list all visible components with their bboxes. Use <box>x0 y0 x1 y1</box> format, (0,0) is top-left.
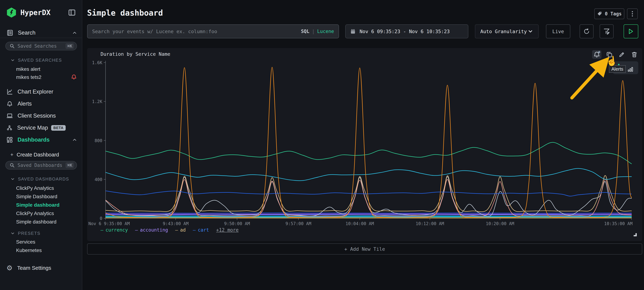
date-range-value: Nov 6 09:35:23 - Nov 6 10:35:23 <box>360 29 450 34</box>
chevron-up-icon[interactable] <box>72 137 77 142</box>
dashboard-tile: Duration by Service Name 04008001.2K1.6K… <box>87 48 642 241</box>
legend-swatch: — <box>175 227 178 233</box>
preset-item[interactable]: Services <box>16 239 35 245</box>
saved-dashboards-input[interactable]: Saved Dashboards ⌘K <box>5 161 77 170</box>
saved-dashboard-item[interactable]: Simple Dashboard <box>16 193 57 200</box>
svg-text:10:04:00 AM: 10:04:00 AM <box>346 221 374 226</box>
svg-text:10:35:00 AM: 10:35:00 AM <box>604 221 632 226</box>
sidebar-item-service-map[interactable]: Service Map BETA <box>0 124 82 132</box>
sidebar-item-dashboards[interactable]: Dashboards <box>0 136 82 144</box>
beta-badge: BETA <box>51 125 66 131</box>
legend-item[interactable]: —accounting <box>135 227 168 233</box>
duration-chart: 04008001.2K1.6KNov 6 9:35:00 AM9:43:00 A… <box>87 48 642 241</box>
legend-swatch: — <box>193 227 196 233</box>
saved-dashboard-item-active[interactable]: Simple dashboard <box>16 202 60 208</box>
brand-title: HyperDX <box>20 9 51 17</box>
saved-dashboards-placeholder: Saved Dashboards <box>18 163 66 168</box>
tags-button[interactable]: 0 Tags <box>594 9 624 19</box>
refresh-icon <box>583 28 590 35</box>
svg-text:1.6K: 1.6K <box>92 60 102 65</box>
chevron-down-icon <box>10 58 15 63</box>
chevron-down-icon <box>10 231 15 236</box>
sidebar-item-chart-explorer[interactable]: Chart Explorer <box>0 88 82 96</box>
svg-text:1.2K: 1.2K <box>92 99 102 104</box>
service-map-icon <box>6 125 12 131</box>
svg-text:9:57:00 AM: 9:57:00 AM <box>286 221 312 226</box>
saved-searches-header[interactable]: SAVED SEARCHES <box>10 58 62 63</box>
event-search-bar[interactable]: SQL | Lucene <box>87 24 339 38</box>
svg-text:9:50:00 AM: 9:50:00 AM <box>224 221 250 226</box>
lucene-toggle[interactable]: Lucene <box>317 29 334 34</box>
granularity-select[interactable]: Auto Granularity <box>475 24 539 38</box>
sidebar-item-search[interactable]: Search <box>0 28 82 37</box>
add-new-tile-button[interactable]: + Add New Tile <box>87 243 642 254</box>
page-title: Simple dashboard <box>87 8 163 17</box>
hyperdx-logo-icon <box>6 8 16 18</box>
sql-toggle[interactable]: SQL <box>301 29 309 34</box>
saved-dashboard-item[interactable]: ClickPy Analytics <box>16 210 54 217</box>
saved-dashboard-item[interactable]: Simple dashboard <box>16 219 56 225</box>
chevron-up-icon[interactable] <box>72 30 77 36</box>
sidebar: HyperDX Search Saved Searches ⌘K SAVED S… <box>0 0 82 290</box>
calendar-icon <box>350 29 356 34</box>
legend-more-link[interactable]: +12 more <box>216 227 238 233</box>
series-series-gray <box>106 177 632 216</box>
series-series-cyan <box>106 169 632 181</box>
svg-text:9:43:00 AM: 9:43:00 AM <box>163 221 189 226</box>
lang-divider: | <box>312 29 315 34</box>
legend-label: ad <box>180 227 186 233</box>
live-button[interactable]: Live <box>546 24 570 38</box>
legend-label: currency <box>106 227 128 233</box>
legend-item[interactable]: —cart <box>193 227 209 233</box>
saved-searches-input[interactable]: Saved Searches ⌘K <box>5 42 77 50</box>
legend-swatch: — <box>135 227 138 233</box>
svg-text:800: 800 <box>95 138 102 143</box>
legend-label: accounting <box>140 227 168 233</box>
sidebar-item-client-sessions[interactable]: Client Sessions <box>0 112 82 120</box>
svg-text:10:20:00 AM: 10:20:00 AM <box>486 221 514 226</box>
run-query-button[interactable] <box>624 24 638 38</box>
laptop-icon <box>6 112 13 119</box>
saved-dashboard-item[interactable]: ClickPy Analytics <box>16 185 54 191</box>
svg-text:10:12:00 AM: 10:12:00 AM <box>416 221 444 226</box>
sidebar-item-alerts[interactable]: Alerts <box>0 100 82 108</box>
alert-bell-icon <box>71 74 77 80</box>
status-dot <box>618 64 620 65</box>
create-dashboard-button[interactable]: + Create Dashboard <box>10 152 59 158</box>
chart-legend: —currency—accounting—ad—cart+12 more <box>100 227 239 233</box>
legend-label: cart <box>198 227 209 233</box>
saved-search-item[interactable]: mikes alert <box>16 66 40 72</box>
chevron-down-icon <box>528 29 533 34</box>
filter-pencil-icon <box>603 28 610 35</box>
sidebar-item-team-settings[interactable]: ⚙ Team Settings <box>0 264 82 272</box>
legend-item[interactable]: —ad <box>175 227 186 233</box>
presets-header[interactable]: PRESETS <box>10 231 40 236</box>
legend-swatch: — <box>100 227 104 233</box>
resize-handle[interactable] <box>632 232 637 237</box>
search-icon <box>10 163 15 168</box>
date-range-picker[interactable]: Nov 6 09:35:23 - Nov 6 10:35:23 <box>345 24 468 38</box>
saved-dashboards-header[interactable]: SAVED DASHBOARDS <box>10 177 69 182</box>
series-accounting <box>106 214 632 215</box>
journal-icon <box>6 29 13 36</box>
bar-chart-icon[interactable] <box>627 66 634 72</box>
gear-icon: ⚙ <box>6 264 12 272</box>
preset-item[interactable]: Kubernetes <box>16 247 42 254</box>
dashboards-icon <box>6 136 13 143</box>
divider <box>0 38 82 38</box>
event-search-input[interactable] <box>92 29 301 34</box>
tag-icon <box>597 11 602 17</box>
shortcut-badge: ⌘K <box>66 43 74 49</box>
kebab-menu-button[interactable] <box>627 9 638 19</box>
series-series-flat-navy <box>106 213 632 213</box>
filter-edit-button[interactable] <box>600 24 614 38</box>
sidebar-collapse-icon[interactable] <box>68 9 76 17</box>
legend-item[interactable]: —currency <box>100 227 128 233</box>
search-section-label: Search <box>18 30 36 36</box>
kebab-icon <box>630 11 635 17</box>
series-cart <box>106 191 632 196</box>
svg-text:Nov 6 9:35:00 AM: Nov 6 9:35:00 AM <box>88 221 130 226</box>
chevron-down-icon <box>10 177 15 181</box>
refresh-button[interactable] <box>580 24 594 38</box>
shortcut-badge: ⌘K <box>66 162 74 168</box>
